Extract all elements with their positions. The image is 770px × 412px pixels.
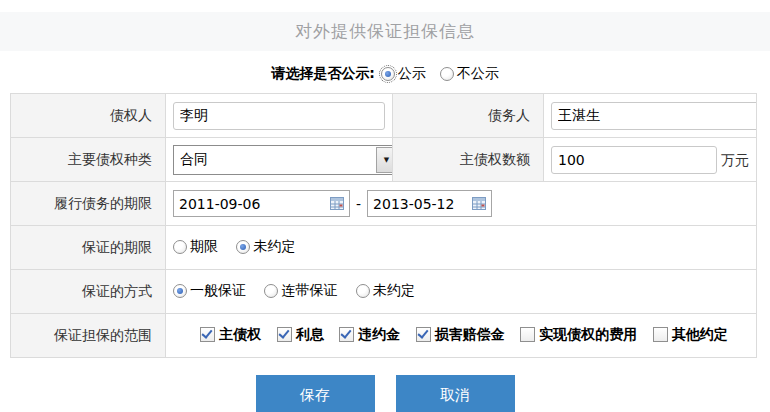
principal-claim-checkbox[interactable] <box>200 327 215 342</box>
calendar-icon[interactable] <box>330 197 344 210</box>
period-not-agreed-radio[interactable] <box>236 240 250 254</box>
joint-guarantee-radio[interactable] <box>264 284 278 298</box>
interest-checkbox-label[interactable]: 利息 <box>296 326 324 344</box>
realization-costs-checkbox-label[interactable]: 实现债权的费用 <box>539 326 637 344</box>
penalty-checkbox[interactable] <box>339 327 354 342</box>
not-publish-radio-label[interactable]: 不公示 <box>457 65 499 83</box>
table-row-guarantee-scope: 保证担保的范围 主债权 利息 违约金 损害赔偿金 实现债权的费用 <box>11 314 757 358</box>
method-not-agreed-radio-label[interactable]: 未约定 <box>373 282 415 300</box>
not-publish-radio[interactable] <box>440 67 454 81</box>
checkbox-option-interest[interactable]: 利息 <box>277 326 324 344</box>
button-row: 保存 取消 <box>0 375 770 412</box>
creditor-input[interactable] <box>173 102 385 130</box>
guarantee-scope-label: 保证担保的范围 <box>11 314 166 358</box>
guarantee-period-label: 保证的期限 <box>11 226 166 270</box>
radio-option-method-not-agreed[interactable]: 未约定 <box>356 282 415 300</box>
claim-amount-input[interactable] <box>551 146 717 174</box>
debtor-label: 债务人 <box>393 94 544 138</box>
table-row-claim-type-amount: 主要债权种类 合同 ▼ 主债权数额 万元 <box>11 138 757 182</box>
guarantee-form-table: 债权人 债务人 主要债权种类 合同 ▼ 主债权数额 万元 履行债务的期限 201… <box>10 93 757 358</box>
date-range-separator: - <box>356 196 361 212</box>
radio-option-fixed-period[interactable]: 期限 <box>173 238 218 256</box>
realization-costs-checkbox[interactable] <box>520 327 535 342</box>
table-row-creditor-debtor: 债权人 债务人 <box>11 94 757 138</box>
radio-option-general-guarantee[interactable]: 一般保证 <box>173 282 246 300</box>
radio-option-joint-guarantee[interactable]: 连带保证 <box>264 282 337 300</box>
cancel-button[interactable]: 取消 <box>396 375 515 412</box>
claim-type-cell: 合同 ▼ <box>166 138 393 182</box>
table-row-guarantee-method: 保证的方式 一般保证 连带保证 未约定 <box>11 270 757 314</box>
table-row-guarantee-period: 保证的期限 期限 未约定 <box>11 226 757 270</box>
guarantee-scope-cell: 主债权 利息 违约金 损害赔偿金 实现债权的费用 其他约定 <box>166 314 757 358</box>
radio-option-not-publish[interactable]: 不公示 <box>440 65 499 83</box>
checkbox-option-damages[interactable]: 损害赔偿金 <box>416 326 505 344</box>
damages-checkbox-label[interactable]: 损害赔偿金 <box>435 326 505 344</box>
checkbox-option-principal-claim[interactable]: 主债权 <box>200 326 261 344</box>
fixed-period-radio-label[interactable]: 期限 <box>190 238 218 256</box>
guarantee-method-label: 保证的方式 <box>11 270 166 314</box>
checkbox-option-realization-costs[interactable]: 实现债权的费用 <box>520 326 637 344</box>
period-not-agreed-radio-label[interactable]: 未约定 <box>253 238 295 256</box>
creditor-label: 债权人 <box>11 94 166 138</box>
chevron-down-icon[interactable]: ▼ <box>376 147 393 173</box>
damages-checkbox[interactable] <box>416 327 431 342</box>
debtor-input[interactable] <box>551 102 757 130</box>
calendar-icon[interactable] <box>472 197 486 210</box>
table-row-performance-period: 履行债务的期限 2011-09-06 - <box>11 182 757 226</box>
claim-amount-label: 主债权数额 <box>393 138 544 182</box>
claim-type-selected-value: 合同 <box>174 146 375 174</box>
general-guarantee-radio[interactable] <box>173 284 187 298</box>
publish-radio-label[interactable]: 公示 <box>398 65 426 83</box>
claim-amount-cell: 万元 <box>544 138 757 182</box>
method-not-agreed-radio[interactable] <box>356 284 370 298</box>
checkbox-option-other-agreements[interactable]: 其他约定 <box>653 326 728 344</box>
radio-option-period-not-agreed[interactable]: 未约定 <box>236 238 295 256</box>
save-button[interactable]: 保存 <box>256 375 375 412</box>
claim-type-select[interactable]: 合同 ▼ <box>173 145 393 175</box>
end-date-value: 2013-05-12 <box>373 196 454 212</box>
fixed-period-radio[interactable] <box>173 240 187 254</box>
end-date-input[interactable]: 2013-05-12 <box>367 190 492 217</box>
page-header: 对外提供保证担保信息 <box>0 12 770 51</box>
start-date-value: 2011-09-06 <box>179 196 260 212</box>
other-agreements-checkbox-label[interactable]: 其他约定 <box>672 326 728 344</box>
interest-checkbox[interactable] <box>277 327 292 342</box>
guarantee-method-cell: 一般保证 连带保证 未约定 <box>166 270 757 314</box>
radio-option-publish[interactable]: 公示 <box>381 65 426 83</box>
other-agreements-checkbox[interactable] <box>653 327 668 342</box>
joint-guarantee-radio-label[interactable]: 连带保证 <box>281 282 337 300</box>
performance-period-label: 履行债务的期限 <box>11 182 166 226</box>
publish-radio[interactable] <box>381 67 395 81</box>
publicity-row: 请选择是否公示: 公示 不公示 <box>0 64 770 84</box>
performance-period-cell: 2011-09-06 - 2013-05-12 <box>166 182 757 226</box>
start-date-input[interactable]: 2011-09-06 <box>173 190 350 217</box>
guarantee-period-cell: 期限 未约定 <box>166 226 757 270</box>
creditor-cell <box>166 94 393 138</box>
claim-amount-unit: 万元 <box>721 152 749 168</box>
publicity-label: 请选择是否公示: <box>271 65 375 83</box>
general-guarantee-radio-label[interactable]: 一般保证 <box>190 282 246 300</box>
debtor-cell <box>544 94 757 138</box>
page-title: 对外提供保证担保信息 <box>0 12 770 51</box>
penalty-checkbox-label[interactable]: 违约金 <box>358 326 400 344</box>
principal-claim-checkbox-label[interactable]: 主债权 <box>219 326 261 344</box>
checkbox-option-penalty[interactable]: 违约金 <box>339 326 400 344</box>
claim-type-label: 主要债权种类 <box>11 138 166 182</box>
